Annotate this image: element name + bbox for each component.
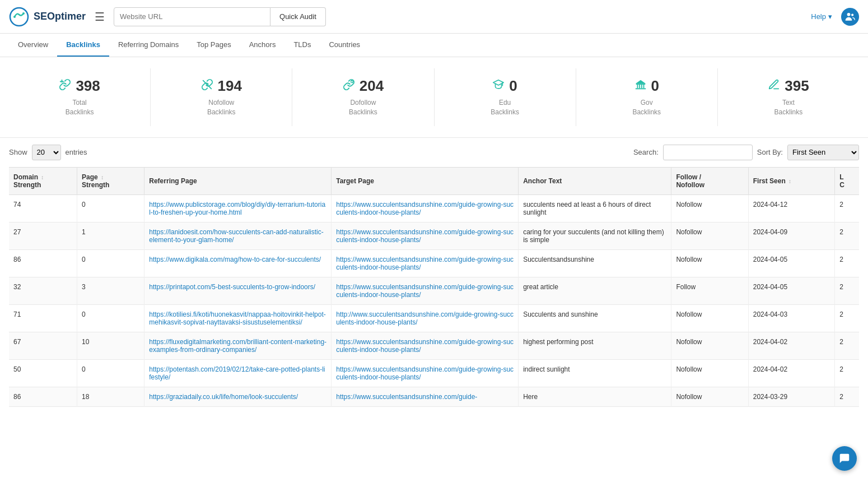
referring-page-link[interactable]: https://www.publicstorage.com/blog/diy/d… [149,201,325,216]
table-body: 74 0 https://www.publicstorage.com/blog/… [9,194,859,406]
referring-page-link[interactable]: https://potentash.com/2019/02/12/take-ca… [149,365,325,381]
target-page-link[interactable]: https://www.succulentsandsunshine.com/gu… [336,393,477,401]
cell-target-page: https://www.succulentsandsunshine.com/gu… [332,194,519,222]
stat-top-text: 395 [768,77,809,95]
gov-backlinks-label: GovBacklinks [632,98,661,117]
entries-select[interactable]: 10 20 50 100 [32,145,61,160]
cell-follow: Nofollow [671,359,748,387]
stat-text-backlinks: 395 TextBacklinks [718,68,859,126]
help-arrow-icon: ▾ [828,12,832,21]
target-page-link[interactable]: http://www.succulentsandsunshine.com/gui… [336,310,514,326]
cell-follow: Nofollow [671,222,748,249]
logo-area: SEOptimer [9,7,86,27]
tab-backlinks[interactable]: Backlinks [57,34,109,57]
search-input[interactable] [663,145,753,160]
tab-tlds[interactable]: TLDs [284,34,320,57]
col-header-page-strength[interactable]: Page ↕Strength [77,167,144,194]
cell-referring-page: https://fluxedigitalmarketing.com/brilli… [144,332,332,359]
cell-first-seen: 2024-04-03 [748,304,835,332]
nofollow-backlinks-value: 194 [218,77,242,95]
total-backlinks-label: TotalBacklinks [66,98,94,117]
cell-anchor-text: Succulents and sunshine [519,304,671,332]
nav-tabs: Overview Backlinks Referring Domains Top… [0,34,868,57]
svg-point-3 [847,12,851,16]
target-page-link[interactable]: https://www.succulentsandsunshine.com/gu… [336,256,514,271]
cell-referring-page: https://printapot.com/5-best-succulents-… [144,277,332,304]
target-page-link[interactable]: https://www.succulentsandsunshine.com/gu… [336,201,514,216]
tab-top-pages[interactable]: Top Pages [188,34,240,57]
cell-first-seen: 2024-04-05 [748,249,835,277]
cell-lc: 2 [835,222,859,249]
show-label: Show [9,148,27,156]
stat-top-gov: 0 [634,77,659,95]
tab-overview[interactable]: Overview [9,34,57,57]
help-label: Help [811,12,826,21]
cell-domain-strength: 27 [9,222,77,249]
svg-marker-14 [635,80,645,83]
target-page-link[interactable]: https://www.succulentsandsunshine.com/gu… [336,365,514,381]
tab-anchors[interactable]: Anchors [240,34,285,57]
hamburger-icon[interactable]: ☰ [95,10,105,24]
backlinks-table: Domain ↕Strength Page ↕Strength Referrin… [9,167,859,407]
col-header-lc: LC [835,167,859,194]
text-backlinks-value: 395 [785,77,809,95]
referring-page-link[interactable]: https://www.digikala.com/mag/how-to-care… [149,256,321,263]
cell-target-page: https://www.succulentsandsunshine.com/gu… [332,387,519,406]
cell-target-page: http://www.succulentsandsunshine.com/gui… [332,304,519,332]
cell-anchor-text: great article [519,277,671,304]
cell-target-page: https://www.succulentsandsunshine.com/gu… [332,277,519,304]
tab-referring-domains[interactable]: Referring Domains [109,34,188,57]
col-header-follow: Follow /Nofollow [671,167,748,194]
cell-referring-page: https://lanidoesit.com/how-succulents-ca… [144,222,332,249]
total-backlinks-value: 398 [76,77,100,95]
referring-page-link[interactable]: https://kotiliesi.fi/koti/huonekasvit/na… [149,310,326,326]
cell-first-seen: 2024-04-12 [748,194,835,222]
dofollow-backlinks-label: DofollowBacklinks [349,98,377,117]
backlinks-icon [59,78,71,94]
cell-first-seen: 2024-03-29 [748,387,835,406]
referring-page-link[interactable]: https://graziadaily.co.uk/life/home/look… [149,393,298,401]
stat-top-total: 398 [59,77,100,95]
col-header-first-seen[interactable]: First Seen ↕ [748,167,835,194]
cell-target-page: https://www.succulentsandsunshine.com/gu… [332,222,519,249]
url-input[interactable] [114,7,270,26]
referring-page-link[interactable]: https://lanidoesit.com/how-succulents-ca… [149,228,323,244]
edu-backlinks-value: 0 [509,77,517,95]
cell-page-strength: 3 [77,277,144,304]
edu-icon [492,78,505,94]
cell-follow: Nofollow [671,194,748,222]
referring-page-link[interactable]: https://fluxedigitalmarketing.com/brilli… [149,338,326,354]
cell-anchor-text: Here [519,387,671,406]
target-page-link[interactable]: https://www.succulentsandsunshine.com/gu… [336,338,514,354]
svg-rect-10 [639,85,640,88]
target-page-link[interactable]: https://www.succulentsandsunshine.com/gu… [336,283,514,299]
stat-edu-backlinks: 0 EduBacklinks [435,68,576,126]
svg-point-2 [22,12,25,15]
sort-select[interactable]: First Seen Domain Strength Page Strength [787,145,859,160]
tab-countries[interactable]: Countries [320,34,369,57]
help-button[interactable]: Help ▾ [811,12,832,21]
cell-target-page: https://www.succulentsandsunshine.com/gu… [332,249,519,277]
cell-first-seen: 2024-04-05 [748,277,835,304]
cell-lc: 2 [835,359,859,387]
cell-anchor-text: caring for your succulents (and not kill… [519,222,671,249]
users-icon[interactable] [841,8,859,26]
header-right: Help ▾ [811,8,859,26]
cell-target-page: https://www.succulentsandsunshine.com/gu… [332,332,519,359]
cell-page-strength: 0 [77,249,144,277]
quick-audit-button[interactable]: Quick Audit [270,7,326,26]
cell-follow: Nofollow [671,332,748,359]
table-wrap: Domain ↕Strength Page ↕Strength Referrin… [0,167,868,407]
col-header-domain-strength[interactable]: Domain ↕Strength [9,167,77,194]
table-row: 86 0 https://www.digikala.com/mag/how-to… [9,249,859,277]
table-row: 32 3 https://printapot.com/5-best-succul… [9,277,859,304]
edu-backlinks-label: EduBacklinks [491,98,519,117]
svg-line-5 [203,80,211,89]
referring-page-link[interactable]: https://printapot.com/5-best-succulents-… [149,283,315,291]
svg-point-0 [10,8,28,26]
cell-page-strength: 18 [77,387,144,406]
stat-top-edu: 0 [492,77,517,95]
svg-point-4 [851,13,853,16]
cell-referring-page: https://www.digikala.com/mag/how-to-care… [144,249,332,277]
target-page-link[interactable]: https://www.succulentsandsunshine.com/gu… [336,228,514,244]
